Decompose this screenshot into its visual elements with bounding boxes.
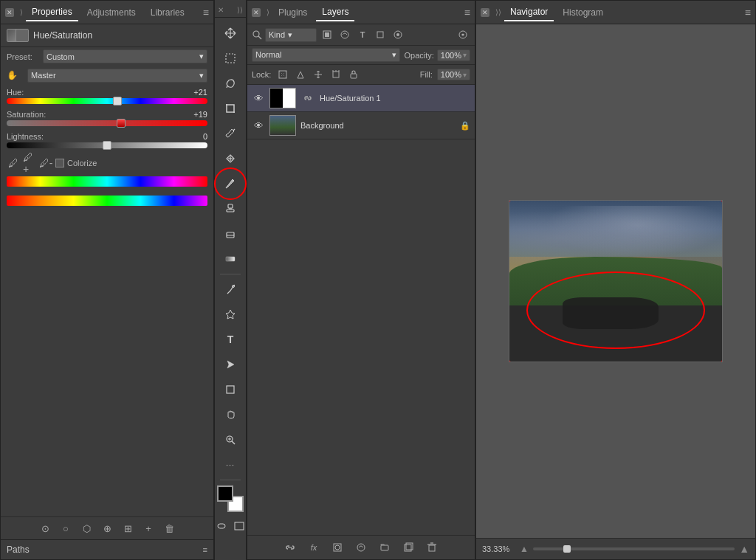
zoom-tool[interactable]	[219, 428, 242, 452]
sat-slider[interactable]	[7, 120, 207, 126]
lasso-tool[interactable]	[219, 72, 242, 95]
eyedropper-sub-icon[interactable]: 🖊-	[39, 156, 52, 170]
pen-tool[interactable]	[219, 277, 242, 301]
foreground-color[interactable]	[217, 485, 233, 502]
layer-item-hue-sat[interactable]: 👁 Hue/Saturation 1	[247, 85, 475, 112]
hue-value: +21	[193, 88, 207, 97]
hue-slider[interactable]	[7, 98, 207, 104]
lock-paint-icon[interactable]	[293, 67, 308, 82]
layer-visibility-bg[interactable]: 👁	[252, 119, 265, 132]
zoom-thumb[interactable]	[563, 545, 571, 553]
layers-close-button[interactable]: ✕	[252, 8, 261, 17]
svg-rect-7	[227, 210, 234, 212]
svg-rect-11	[226, 257, 235, 261]
layers-delete-button[interactable]	[425, 540, 439, 555]
tab-histogram[interactable]: Histogram	[557, 4, 609, 21]
stamp-tool[interactable]	[219, 197, 242, 221]
layers-mask-button[interactable]	[330, 540, 345, 555]
channel-select[interactable]: Master ▾	[27, 69, 207, 83]
colorize-checkbox[interactable]	[55, 159, 64, 167]
nav-expand-icon[interactable]: ⟩⟩	[495, 8, 501, 16]
zoom-slider[interactable]	[533, 547, 735, 550]
hand-tool[interactable]	[219, 403, 242, 426]
footer-icon-4[interactable]: ⊕	[100, 522, 114, 535]
footer-icon-delete[interactable]: 🗑	[162, 522, 176, 535]
layer-item-background[interactable]: 👁 Background 🔒	[247, 112, 475, 139]
lock-all-icon[interactable]	[346, 67, 361, 82]
lock-transparent-icon[interactable]	[275, 67, 290, 82]
gradient-tool[interactable]	[219, 247, 242, 271]
layers-menu-icon[interactable]: ≡	[464, 7, 470, 18]
lock-move-icon[interactable]	[311, 67, 326, 82]
preset-select[interactable]: Custom ▾	[43, 49, 207, 63]
hue-thumb[interactable]	[113, 97, 122, 106]
zoom-value: 33.33%	[482, 545, 515, 553]
rect-tool[interactable]	[219, 378, 242, 401]
footer-icon-1[interactable]: ⊙	[38, 522, 52, 535]
filter-adjustment-icon[interactable]	[337, 27, 352, 42]
eyedropper-tool[interactable]	[219, 122, 242, 145]
screen-mode-icon[interactable]	[232, 519, 247, 533]
svg-rect-19	[235, 522, 244, 530]
svg-rect-30	[333, 72, 339, 77]
tab-plugins[interactable]: Plugins	[272, 4, 313, 21]
sat-label-row: Saturation: +19	[1, 107, 213, 119]
footer-icon-2[interactable]: ○	[59, 522, 72, 535]
paths-menu-icon[interactable]: ≡	[203, 545, 207, 554]
tab-adjustments[interactable]: Adjustments	[81, 4, 142, 21]
tab-navigator[interactable]: Navigator	[504, 4, 554, 21]
zoom-max-icon[interactable]: ▲	[739, 543, 749, 555]
move-tool[interactable]	[219, 21, 242, 45]
filter-pixel-icon[interactable]	[320, 27, 334, 42]
filter-type-icon[interactable]: T	[355, 27, 370, 42]
filter-smart-icon[interactable]	[391, 27, 405, 42]
layers-group-button[interactable]	[377, 540, 392, 555]
eyedropper-sample-icon[interactable]: 🖊	[7, 156, 20, 170]
layers-adjustment-button[interactable]	[354, 540, 368, 555]
more-tools[interactable]: ···	[219, 453, 242, 477]
tab-libraries[interactable]: Libraries	[145, 4, 190, 21]
svg-rect-0	[226, 54, 235, 63]
filter-shape-icon[interactable]	[373, 27, 388, 42]
layer-visibility-hue[interactable]: 👁	[252, 91, 265, 105]
layers-expand-icon[interactable]: ⟩	[267, 8, 269, 16]
layers-new-button[interactable]	[401, 540, 416, 555]
nav-menu-icon[interactable]: ≡	[745, 7, 751, 18]
panel-menu-icon[interactable]: ≡	[203, 7, 209, 18]
filter-toggle-icon[interactable]	[456, 27, 470, 42]
expand-icon[interactable]: ⟩	[20, 8, 23, 16]
type-tool[interactable]: T	[219, 328, 242, 351]
marquee-tool[interactable]	[219, 46, 242, 70]
footer-icon-add[interactable]: +	[142, 522, 155, 535]
expand-chevron[interactable]: ⟩⟩	[237, 6, 243, 14]
footer-icon-5[interactable]: ⊞	[121, 522, 134, 535]
kind-select[interactable]: Kind ▾	[265, 28, 317, 42]
layers-link-button[interactable]	[283, 540, 298, 555]
sat-thumb[interactable]	[117, 119, 126, 128]
close-button[interactable]: ✕	[5, 8, 14, 17]
footer-icon-3[interactable]: ⬡	[80, 522, 93, 535]
blend-mode-select[interactable]: Normal▾	[252, 48, 400, 62]
crop-tool[interactable]	[219, 97, 242, 120]
lock-artboard-icon[interactable]	[329, 67, 343, 82]
tab-properties[interactable]: Properties	[26, 4, 78, 21]
light-thumb[interactable]	[103, 141, 111, 150]
shape-tool[interactable]	[219, 303, 242, 326]
eraser-tool[interactable]	[219, 222, 242, 246]
quick-mask-icon[interactable]	[214, 519, 229, 533]
opacity-value[interactable]: 100% ▾	[437, 49, 470, 61]
fill-value[interactable]: 100% ▾	[437, 69, 470, 80]
healing-tool[interactable]	[219, 147, 242, 170]
tab-layers[interactable]: Layers	[316, 4, 354, 21]
zoom-min-icon[interactable]: ▲	[520, 544, 529, 554]
svg-line-15	[232, 441, 235, 444]
eyedropper-add-icon[interactable]: 🖊+	[23, 156, 36, 170]
layer-link-icon-hue[interactable]	[300, 91, 315, 106]
close-x[interactable]: ✕	[218, 6, 224, 14]
layers-fx-button[interactable]: fx	[306, 540, 321, 555]
light-slider[interactable]	[7, 142, 207, 148]
path-select-tool[interactable]	[219, 353, 242, 376]
brush-tool[interactable]	[219, 172, 242, 196]
lock-row: Lock: Fill: 100% ▾	[247, 65, 475, 85]
nav-close-button[interactable]: ✕	[481, 8, 489, 17]
